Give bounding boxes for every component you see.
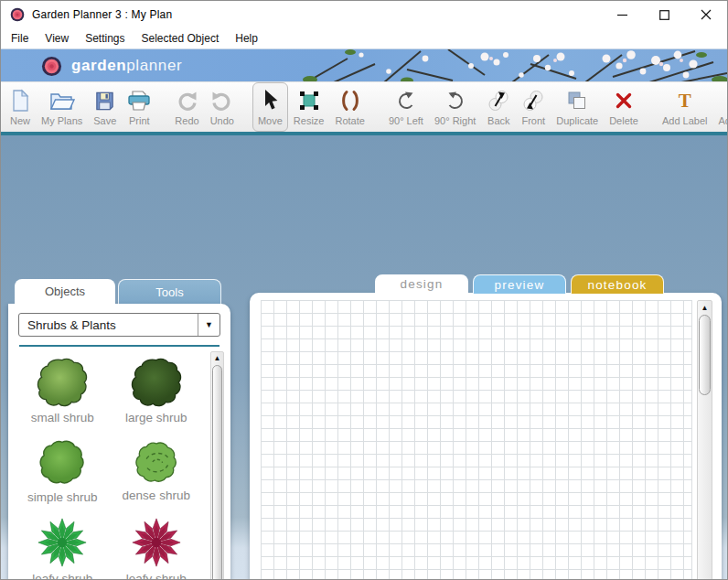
tab-notebook[interactable]: notebook: [571, 274, 664, 294]
duplicate-label: Duplicate: [556, 115, 598, 126]
logo-text-light: planner: [126, 57, 182, 74]
canvas-tabs: design preview notebook: [375, 274, 664, 294]
dense-shrub-icon: [133, 439, 180, 485]
tab-notebook-label: notebook: [587, 278, 647, 292]
tab-tools[interactable]: Tools: [118, 279, 221, 304]
menu-file[interactable]: File: [3, 28, 37, 48]
add-veg-bed-label: Add Veg. Be: [719, 115, 727, 126]
tab-design-label: design: [401, 277, 444, 291]
list-item-dense-shrub[interactable]: dense shrub: [110, 430, 204, 510]
save-label: Save: [93, 115, 116, 126]
blossom-branches-photo: [297, 49, 727, 81]
redo-label: Redo: [175, 115, 198, 126]
rotate-label: Rotate: [335, 115, 364, 126]
undo-button[interactable]: Undo: [205, 82, 240, 132]
design-panel: ▲ ▼ ◀ ▶: [250, 293, 722, 580]
tab-objects[interactable]: Objects: [15, 279, 115, 304]
resize-label: Resize: [294, 115, 325, 126]
canvas-vertical-scrollbar[interactable]: ▲ ▼: [697, 300, 712, 580]
new-button[interactable]: New: [5, 82, 36, 132]
front-arrow-circles-icon: [521, 87, 545, 114]
window-title: Garden Planner 3 : My Plan: [32, 8, 172, 21]
folder-icon: [49, 87, 75, 114]
my-plans-button[interactable]: My Plans: [36, 82, 88, 132]
add-veg-bed-button[interactable]: Add Veg. Be: [713, 82, 727, 132]
print-label: Print: [129, 115, 150, 126]
category-dropdown[interactable]: Shrubs & Plants ▼: [18, 313, 220, 337]
send-back-label: Back: [487, 115, 509, 126]
plant-label: leafy shrub: [32, 572, 92, 580]
toolbar: New My Plans Save Print Redo Undo Move R: [1, 81, 727, 132]
logo-text: gardenplanner: [71, 57, 182, 75]
add-label-button[interactable]: T Add Label: [657, 82, 713, 132]
tab-preview[interactable]: preview: [473, 274, 566, 294]
list-item-large-shrub[interactable]: large shrub: [110, 349, 204, 430]
rotate-90-right-label: 90° Right: [434, 115, 476, 126]
garden-planner-window: { "window": { "title": "Garden Planner 3…: [0, 0, 728, 580]
list-item-simple-shrub[interactable]: simple shrub: [16, 430, 110, 510]
leafy-shrub-crimson-icon: [130, 517, 183, 568]
bring-front-button[interactable]: Front: [516, 82, 551, 132]
list-top-divider: [19, 345, 219, 347]
duplicate-squares-icon: [566, 87, 588, 114]
category-dropdown-value: Shrubs & Plants: [19, 318, 198, 332]
text-label-icon: T: [679, 87, 691, 114]
menu-view[interactable]: View: [37, 28, 77, 48]
delete-button[interactable]: Delete: [604, 82, 644, 132]
menu-bar: File View Settings Selected Object Help: [1, 28, 727, 48]
undo-label: Undo: [210, 115, 234, 126]
plant-label: dense shrub: [123, 489, 190, 502]
plant-label: small shrub: [31, 411, 94, 424]
design-canvas[interactable]: [261, 300, 692, 580]
window-controls: [601, 1, 727, 28]
scroll-up-icon[interactable]: ▲: [211, 353, 223, 364]
scrollbar-thumb[interactable]: [699, 315, 711, 395]
list-item-leafy-shrub-crimson[interactable]: leafy shrub: [110, 510, 204, 580]
print-button[interactable]: Print: [122, 82, 156, 132]
list-item-small-shrub[interactable]: small shrub: [16, 349, 110, 430]
cursor-arrow-icon: [261, 87, 279, 114]
list-item-leafy-shrub-green[interactable]: leafy shrub: [16, 510, 110, 580]
redo-arrow-icon: [175, 87, 198, 114]
rotate-90-left-label: 90° Left: [389, 115, 423, 126]
plant-label: large shrub: [125, 411, 187, 424]
minimize-button[interactable]: [601, 1, 643, 28]
title-bar: Garden Planner 3 : My Plan: [1, 1, 727, 28]
tab-tools-label: Tools: [155, 285, 183, 299]
plant-list-scrollbar[interactable]: ▲ ▼: [210, 351, 224, 580]
add-label-label: Add Label: [662, 115, 708, 126]
back-arrow-circles-icon: [487, 87, 510, 114]
redo-button[interactable]: Redo: [169, 82, 204, 132]
workspace-background: Objects Tools Shrubs & Plants ▼ small sh…: [1, 135, 727, 579]
scroll-up-icon[interactable]: ▲: [698, 303, 712, 314]
plant-label: simple shrub: [27, 490, 98, 504]
menu-settings[interactable]: Settings: [77, 28, 133, 48]
duplicate-button[interactable]: Duplicate: [551, 82, 604, 132]
scrollbar-thumb[interactable]: [212, 365, 222, 580]
logo-flower-icon: [41, 56, 62, 77]
undo-arrow-icon: [210, 87, 234, 114]
rotate-button[interactable]: Rotate: [329, 82, 369, 132]
close-button[interactable]: [685, 1, 727, 28]
menu-help[interactable]: Help: [227, 28, 266, 48]
new-page-icon: [10, 87, 30, 114]
plant-list: small shrub large shrub simple shrub: [16, 349, 203, 580]
rotate-90-left-button[interactable]: 90° Left: [383, 82, 429, 132]
printer-icon: [127, 87, 151, 114]
menu-selected-object[interactable]: Selected Object: [134, 28, 228, 48]
save-button[interactable]: Save: [88, 82, 122, 132]
bring-front-label: Front: [521, 115, 545, 126]
rotate-right-arrow-icon: [444, 87, 466, 114]
chevron-down-icon[interactable]: ▼: [198, 314, 219, 336]
rotate-90-right-button[interactable]: 90° Right: [429, 82, 481, 132]
tab-preview-label: preview: [495, 278, 545, 292]
tab-design[interactable]: design: [375, 274, 468, 294]
delete-x-icon: [614, 87, 634, 114]
small-shrub-icon: [36, 356, 89, 407]
large-shrub-icon: [130, 356, 183, 407]
move-button[interactable]: Move: [252, 82, 288, 132]
resize-button[interactable]: Resize: [288, 82, 330, 132]
maximize-button[interactable]: [643, 1, 685, 28]
logo-text-bold: garden: [71, 57, 126, 74]
send-back-button[interactable]: Back: [481, 82, 516, 132]
